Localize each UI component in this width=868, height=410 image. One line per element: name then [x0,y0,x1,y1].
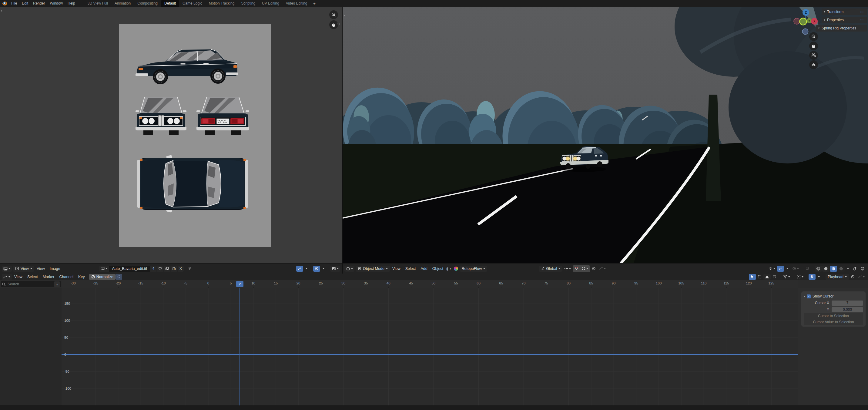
graph-menu-select[interactable]: Select [25,275,40,279]
normalize-toggle[interactable]: Normalize [89,274,116,280]
snap-with-dropdown[interactable] [580,266,590,272]
panel-properties[interactable]: Properties :::: [822,17,867,23]
graph-snap-button[interactable] [809,274,815,280]
gizmo-neg-y-ball[interactable] [800,18,807,25]
transform-orientation-dropdown[interactable]: Global [539,266,562,272]
viewport-zoom-button[interactable] [809,32,818,41]
playhead-snap-dropdown[interactable]: Playhead [826,274,849,280]
show-cursor-header[interactable]: ✓ Show Cursor :: [804,293,863,299]
retopoflow-menu[interactable]: RetopoFlow [460,266,488,272]
tab-animation[interactable]: Animation [111,0,134,7]
box-select-tool-button[interactable] [756,274,763,280]
unlink-image-button[interactable]: X [178,266,184,272]
cursor-y-field[interactable]: 0.000 [832,307,863,312]
search-input[interactable] [7,282,54,287]
fake-user-button[interactable] [157,266,163,272]
uv-snap-dropdown[interactable] [304,266,310,272]
viewport-ortho-button[interactable] [809,60,818,69]
image-users-count[interactable]: 4 [150,266,156,272]
editor-type-button[interactable] [2,266,12,272]
playhead-line[interactable] [240,288,240,406]
mode-dropdown[interactable]: Object Mode [355,266,390,272]
pivot-point-dropdown[interactable] [563,266,572,272]
viewport-menu-add[interactable]: Add [418,267,430,271]
image-editor-canvas[interactable]: › [0,7,342,263]
viewport-snap-dropdown[interactable] [784,266,790,272]
tab-3d-view-full[interactable]: 3D View Full [84,0,111,7]
tab-uv-editing[interactable]: UV Editing [258,0,283,7]
viewport-editor-type-button[interactable] [344,266,354,272]
expand-chevron-icon[interactable]: › [448,266,452,271]
viewport-camera-button[interactable] [809,51,818,60]
search-filter-toggle[interactable]: ↔ [54,282,60,287]
tab-motion-tracking[interactable]: Motion Tracking [206,0,238,7]
graph-snap-dropdown[interactable] [816,274,822,280]
normalize-auto-button[interactable] [116,274,122,280]
viewport-snap-button[interactable] [777,266,784,272]
shading-solid-button[interactable] [822,266,830,272]
xray-button[interactable] [859,266,866,272]
display-channels-button[interactable] [330,266,340,272]
warning-tool-button[interactable] [764,274,771,280]
curve-area[interactable]: 150100500-50-100 [62,288,798,406]
proportional-falloff-dropdown[interactable] [597,266,607,272]
shading-dropdown[interactable] [845,266,851,272]
graph-menu-key[interactable]: Key [76,275,87,279]
image-editor-menu-view[interactable]: View [34,267,47,271]
zoom-view-button[interactable] [329,10,338,19]
graph-menu-marker[interactable]: Marker [40,275,57,279]
tab-compositing[interactable]: Compositing [134,0,161,7]
cursor-value-to-selection-button[interactable]: Cursor Value to Selection [804,319,863,325]
viewport-menu-select[interactable]: Select [403,267,418,271]
tweak-tool-button[interactable] [749,274,756,280]
tab-video-editing[interactable]: Video Editing [283,0,311,7]
frame-ruler[interactable]: -30-25-20-15-10-505101520253035404550556… [62,280,798,288]
viewport-menu-view[interactable]: View [390,267,403,271]
graph-proportional-button[interactable] [849,274,856,280]
channel-search[interactable]: ↔ [1,281,61,287]
viewport-pan-button[interactable] [809,41,818,50]
cursor-x-field[interactable]: 7 [832,300,863,306]
pin-button[interactable] [186,266,193,272]
graph-editor-type-button[interactable] [2,274,12,280]
graph-menu-channel[interactable]: Channel [57,275,76,279]
proportional-edit-button[interactable] [590,266,597,272]
color-ball-icon[interactable] [454,267,458,271]
toolbar-toggle-icon[interactable]: › [1,8,2,13]
uv-snap-button[interactable] [296,266,303,272]
gizmo-neg-x-ball[interactable] [794,18,800,24]
pack-image-button[interactable] [171,266,177,272]
extra-tool-button[interactable] [771,274,778,280]
blender-logo-icon[interactable] [2,1,7,5]
menu-file[interactable]: File [9,1,20,5]
menu-edit[interactable]: Edit [20,1,31,5]
new-image-button[interactable] [164,266,170,272]
filter-dropdown[interactable] [782,274,792,280]
graph-menu-view[interactable]: View [12,275,25,279]
gizmo-arcs-icon[interactable]: (( [446,266,448,271]
show-gizmo-dropdown[interactable] [767,266,777,272]
uv-proportional-edit-button[interactable] [313,266,320,272]
menu-render[interactable]: Render [31,1,47,5]
channel-list[interactable] [0,288,62,406]
snap-toggle-button[interactable] [573,266,580,272]
pan-view-button[interactable] [329,20,338,29]
panel-spring-rig[interactable]: Spring Rig Properties [815,25,867,32]
region-splitter-icon[interactable]: ‹ › [337,22,340,26]
graph-falloff-dropdown[interactable] [857,274,866,280]
image-editor-menu-image[interactable]: Image [47,267,63,271]
menu-help[interactable]: Help [65,1,78,5]
shading-rendered-button[interactable] [837,266,845,272]
shading-material-button[interactable] [830,266,837,272]
menu-window[interactable]: Window [47,1,65,5]
render-region-button[interactable] [804,266,811,272]
show-cursor-checkbox[interactable]: ✓ [807,294,811,298]
shading-wireframe-button[interactable] [815,266,822,272]
viewport-proportional-dropdown[interactable] [791,266,800,272]
viewport-menu-object[interactable]: Object [430,267,446,271]
graph-bottom-scrollbar[interactable] [0,406,868,410]
image-name-field[interactable]: Auto_Bavaria_edit.tif [109,266,150,272]
add-workspace-button[interactable]: + [310,1,318,6]
gizmo-neg-z-ball[interactable] [803,29,808,35]
cursor-to-selection-button[interactable]: Cursor to Selection [804,313,863,319]
